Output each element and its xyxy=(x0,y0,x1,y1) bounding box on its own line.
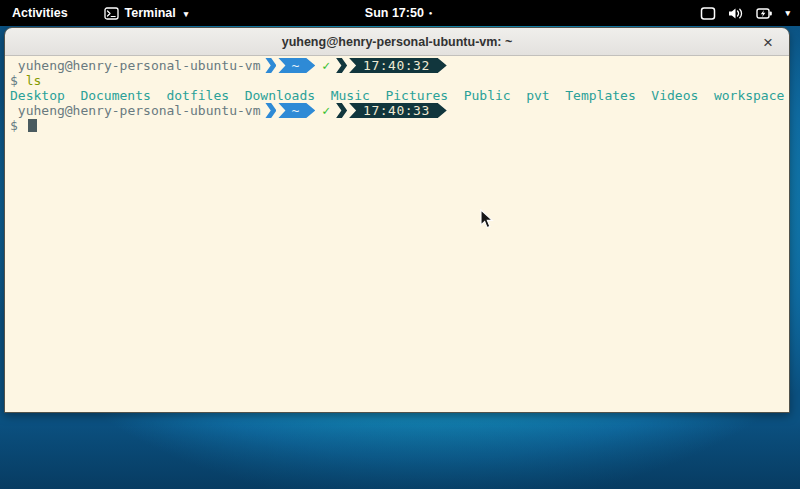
close-button[interactable]: × xyxy=(757,31,779,52)
top-bar: Activities Terminal ▾ Sun 17:50 ● xyxy=(0,0,800,26)
directory-name: Music xyxy=(331,88,370,103)
prompt-line: yuheng@henry-personal-ubuntu-vm ~ ✓ 17:4… xyxy=(10,103,789,118)
prompt-time-segment: 17:40:33 xyxy=(349,103,447,118)
terminal-app-icon xyxy=(104,7,119,20)
terminal-content[interactable]: yuheng@henry-personal-ubuntu-vm ~ ✓ 17:4… xyxy=(5,56,789,412)
directory-name: Documents xyxy=(80,88,150,103)
directory-name: Desktop xyxy=(10,88,65,103)
directory-name: dotfiles xyxy=(166,88,229,103)
window-title: yuheng@henry-personal-ubuntu-vm: ~ xyxy=(282,35,513,49)
terminal-window: yuheng@henry-personal-ubuntu-vm: ~ × yuh… xyxy=(4,27,790,413)
directory-name: pvt xyxy=(526,88,549,103)
top-bar-left: Activities Terminal ▾ xyxy=(0,0,198,26)
volume-icon xyxy=(728,7,744,20)
typed-command: ls xyxy=(26,73,42,88)
app-menu-label: Terminal xyxy=(125,6,176,20)
prompt-user-host: yuheng@henry-personal-ubuntu-vm xyxy=(10,58,260,73)
prompt-path-segment: ~ xyxy=(278,103,315,118)
status-check-icon: ✓ xyxy=(322,58,330,73)
window-titlebar[interactable]: yuheng@henry-personal-ubuntu-vm: ~ × xyxy=(5,28,789,56)
terminal-cursor xyxy=(28,119,37,132)
display-icon xyxy=(700,7,716,20)
app-menu-terminal[interactable]: Terminal ▾ xyxy=(94,0,199,26)
directory-name: workspace xyxy=(714,88,784,103)
directory-name: Templates xyxy=(565,88,635,103)
prompt-path-segment: ~ xyxy=(278,58,315,73)
powerline-chevron-icon xyxy=(265,103,276,118)
ls-output-line: DesktopDocumentsdotfilesDownloadsMusicPi… xyxy=(10,88,789,103)
notification-dot: ● xyxy=(429,10,433,16)
powerline-chevron-icon xyxy=(265,58,276,73)
directory-name: Downloads xyxy=(245,88,315,103)
status-check-icon: ✓ xyxy=(322,103,330,118)
prompt-symbol: $ xyxy=(10,118,18,133)
prompt-user-host: yuheng@henry-personal-ubuntu-vm xyxy=(10,103,260,118)
directory-name: Videos xyxy=(651,88,698,103)
system-tray[interactable]: ▾ xyxy=(690,0,800,26)
powerline-chevron-icon xyxy=(336,58,347,73)
prompt-symbol: $ xyxy=(10,73,18,88)
mouse-pointer-icon xyxy=(480,209,494,234)
clock-menu[interactable]: Sun 17:50 ● xyxy=(365,0,433,26)
command-line: $ ls xyxy=(10,73,789,88)
input-line: $ xyxy=(10,118,789,133)
directory-name: Public xyxy=(464,88,511,103)
powerline-chevron-icon xyxy=(336,103,347,118)
desktop-background: Activities Terminal ▾ Sun 17:50 ● xyxy=(0,0,800,489)
chevron-down-icon: ▾ xyxy=(785,8,790,18)
prompt-time-segment: 17:40:32 xyxy=(349,58,447,73)
clock-label: Sun 17:50 xyxy=(365,6,424,20)
prompt-line: yuheng@henry-personal-ubuntu-vm ~ ✓ 17:4… xyxy=(10,58,789,73)
chevron-down-icon: ▾ xyxy=(184,9,189,19)
battery-charging-icon xyxy=(756,7,773,20)
activities-button[interactable]: Activities xyxy=(0,0,80,26)
directory-name: Pictures xyxy=(385,88,448,103)
